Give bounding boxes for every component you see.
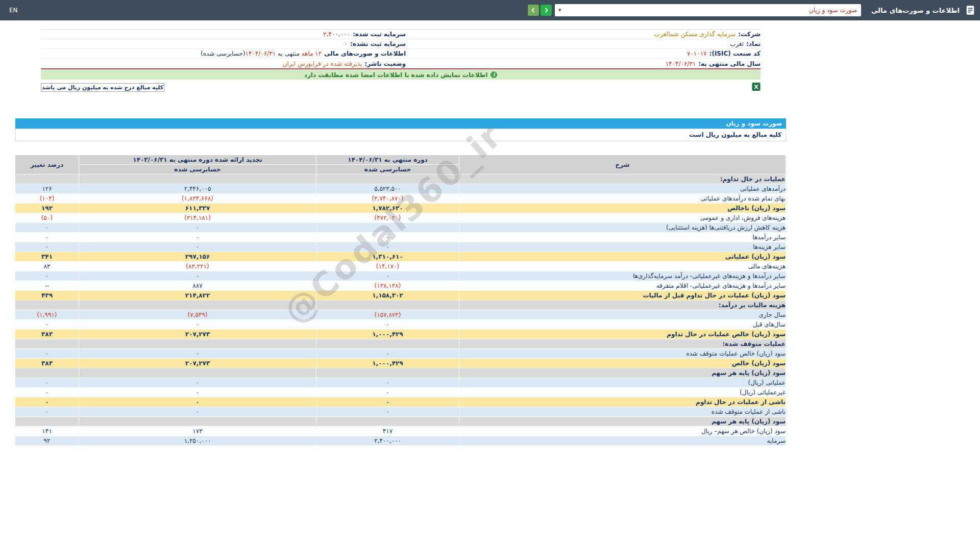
info-right-cell: شرکت:سرمایه گذاری مسکن شمالغرب	[406, 31, 761, 38]
value-current-cell: ۰	[316, 378, 459, 388]
header-desc: شرح	[459, 155, 786, 174]
info-value: (حسابرسی شده)	[201, 50, 246, 57]
header-period-current: دوره منتهی به ۱۴۰۴/۰۶/۳۱	[316, 155, 459, 165]
table-row: غیرعملیاتی (ریال)۰۰۰	[15, 388, 786, 397]
next-report-button[interactable]	[541, 5, 552, 16]
pct-change-cell	[15, 339, 79, 349]
codal-logo-icon[interactable]	[965, 5, 976, 16]
table-row: سود (زیان) ناخالص۱,۷۸۲,۶۳۰۶۱۱,۳۳۷۱۹۲	[15, 204, 786, 213]
value-prior-cell	[79, 417, 316, 427]
desc-cell: سود (زیان) پایه هر سهم	[459, 368, 786, 378]
table-row: هزینه کاهش ارزش دریافتنی‌ها (هزینه استثن…	[15, 223, 786, 233]
note-row: کلیه مبالغ درج شده به میلیون ریال می باش…	[41, 83, 761, 92]
value-prior-cell: (۸۳,۲۲۱)	[79, 262, 316, 271]
desc-cell: هزینه‌های مالی	[459, 262, 786, 271]
desc-cell: سود (زیان) خالص عملیات متوقف شده	[459, 349, 786, 359]
table-row: هزینه‌های فروش، اداری و عمومی(۴۷۲,۰۲۰)(۳…	[15, 213, 786, 223]
pct-change-cell: ۰	[15, 388, 79, 397]
statement-section: صورت سود و زیان کلیه مبالغ به میلیون ریا…	[15, 118, 786, 456]
value-current-cell: (۳,۷۴۰,۸۷۰)	[316, 194, 459, 204]
value-current-cell: (۱۵۷,۸۷۳)	[316, 310, 459, 320]
report-type-select[interactable]: صورت سود و زیان ▾	[555, 4, 861, 16]
pct-change-cell	[15, 174, 79, 184]
value-prior-cell: ۲۰۷,۲۷۳	[79, 359, 316, 368]
info-right-cell: سال مالی منتهی به:۱۴۰۴/۰۶/۳۱	[406, 60, 761, 67]
info-value: سرمایه گذاری مسکن شمالغرب	[654, 31, 736, 38]
header-audited-prior: حسابرسی شده	[79, 165, 316, 174]
info-left-cell: اطلاعات و صورت‌های مالی۱۲ ماهه منتهی به …	[41, 50, 406, 57]
value-current-cell: (۱۴,۱۷۰)	[316, 262, 459, 271]
pct-change-cell	[15, 417, 79, 427]
value-current-cell: (۴۷۲,۰۲۰)	[316, 213, 459, 223]
desc-cell: سال‌های قبل	[459, 320, 786, 330]
info-label: سرمایه ثبت شده:	[353, 31, 406, 38]
svg-text:X: X	[754, 84, 758, 90]
value-prior-cell: ۲۱۴,۸۲۲	[79, 291, 316, 300]
table-row: سایر درآمدها و هزینه‌های غیرعملیاتی- اقل…	[15, 281, 786, 291]
desc-cell: سرمایه	[459, 436, 786, 446]
value-current-cell: ۰	[316, 320, 459, 330]
value-prior-cell: ۰	[79, 407, 316, 417]
value-current-cell: ۰	[316, 223, 459, 233]
info-label: اطلاعات و صورت‌های مالی	[324, 50, 406, 57]
value-prior-cell	[79, 300, 316, 310]
company-info-row: نماد:ثغربسرمایه ثبت نشده:۰	[41, 39, 761, 49]
chevron-down-icon: ▾	[558, 4, 561, 16]
value-current-cell	[316, 174, 459, 184]
signature-match-banner: i اطلاعات نمایش داده شده با اطلاعات امضا…	[41, 70, 761, 80]
info-label: وضعیت ناشر:	[364, 60, 406, 67]
value-prior-cell: ۰	[79, 388, 316, 397]
desc-cell: سایر هزینه‌ها	[459, 242, 786, 252]
value-prior-cell: ۲۹۷,۱۵۶	[79, 252, 316, 262]
language-toggle[interactable]: EN	[9, 7, 18, 14]
table-row: سود (زیان) خالص هر سهم– ریال۴۱۷۱۷۳۱۴۱	[15, 427, 786, 436]
info-left-cell: سرمایه ثبت شده:۲,۴۰۰,۰۰۰	[41, 31, 406, 38]
pct-change-cell: ۱۴۱	[15, 427, 79, 436]
pct-change-cell: ۰	[15, 271, 79, 281]
info-value: ۱۲ ماهه	[300, 50, 322, 57]
info-value: ۷۰۱۰۱۷	[687, 50, 707, 57]
table-row: سال‌های قبل۰۰۰	[15, 320, 786, 330]
desc-cell: سود (زیان) عملیاتی	[459, 252, 786, 262]
pct-change-cell	[15, 300, 79, 310]
value-current-cell: ۰	[316, 397, 459, 407]
info-label: شرکت:	[738, 31, 761, 38]
desc-cell: هزینه کاهش ارزش دریافتنی‌ها (هزینه استثن…	[459, 223, 786, 233]
pct-change-cell: ۰	[15, 223, 79, 233]
company-info-body: شرکت:سرمایه گذاری مسکن شمالغربسرمایه ثبت…	[41, 30, 761, 68]
value-prior-cell	[79, 368, 316, 378]
pct-change-cell: ۰	[15, 320, 79, 330]
value-current-cell: ۱,۰۰۰,۴۲۹	[316, 359, 459, 368]
pct-change-cell: (۱۰۴)	[15, 194, 79, 204]
table-row: ناشی از عملیات در حال تداوم۰۰۰	[15, 397, 786, 407]
info-label: نماد:	[746, 40, 761, 47]
value-current-cell: ۰	[316, 349, 459, 359]
desc-cell: سال جاری	[459, 310, 786, 320]
desc-cell: هزینه مالیات بر درآمد:	[459, 300, 786, 310]
desc-cell: سایر درآمدها و هزینه‌های غیرعملیاتی- اقل…	[459, 281, 786, 291]
desc-cell: سایر درآمدها و هزینه‌های غیرعملیاتی- درآ…	[459, 271, 786, 281]
pl-table-body: عملیات در حال تداوم:درآمدهای عملیاتی۵,۵۲…	[15, 174, 786, 446]
value-prior-cell: ۲۰۷,۲۷۳	[79, 330, 316, 339]
company-info-row: کد صنعت (ISIC):۷۰۱۰۱۷اطلاعات و صورت‌های …	[41, 49, 761, 59]
desc-cell: سود (زیان) خالص عملیات در حال تداوم	[459, 330, 786, 339]
info-left-cell: سرمایه ثبت نشده:۰	[41, 40, 406, 47]
profit-loss-table: شرح دوره منتهی به ۱۴۰۴/۰۶/۳۱ تجدید ارائه…	[15, 155, 786, 446]
info-label: کد صنعت (ISIC):	[709, 50, 761, 57]
pct-change-cell: ۰	[15, 397, 79, 407]
value-current-cell: ۲,۴۰۰,۰۰۰	[316, 436, 459, 446]
pl-table-wrapper: شرح دوره منتهی به ۱۴۰۴/۰۶/۳۱ تجدید ارائه…	[15, 155, 786, 456]
info-label: سرمایه ثبت نشده:	[350, 40, 406, 47]
info-value: ۲,۴۰۰,۰۰۰	[323, 31, 350, 38]
statement-title-bar: صورت سود و زیان	[15, 118, 786, 129]
prev-report-button[interactable]	[528, 5, 539, 16]
excel-export-icon[interactable]: X	[752, 82, 761, 93]
value-prior-cell: ۰	[79, 242, 316, 252]
value-current-cell: ۱,۷۸۲,۶۳۰	[316, 204, 459, 213]
section-row: هزینه مالیات بر درآمد:	[15, 300, 786, 310]
desc-cell: بهای تمام شده درآمدهای عملیاتی	[459, 194, 786, 204]
value-prior-cell: ۰	[79, 271, 316, 281]
info-value: ثغرب	[730, 40, 744, 47]
pct-change-cell: ۰	[15, 407, 79, 417]
pct-change-cell: ۰	[15, 349, 79, 359]
